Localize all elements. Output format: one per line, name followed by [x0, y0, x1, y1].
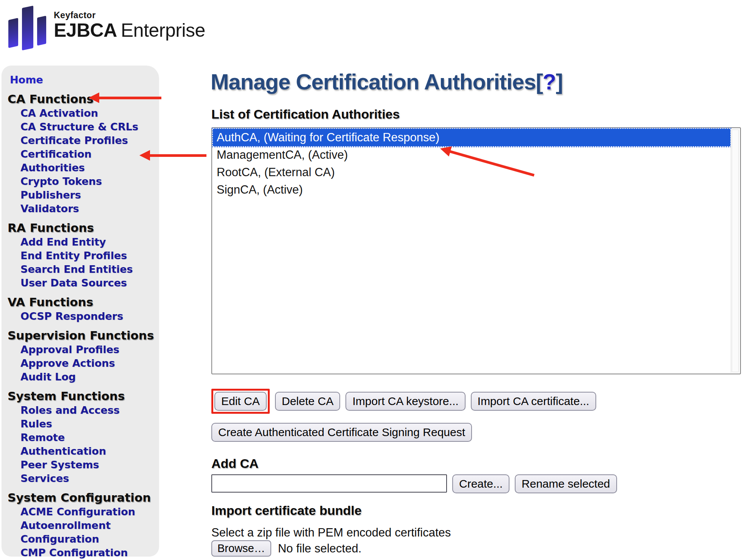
- help-link[interactable]: [?]: [536, 69, 563, 94]
- ejbca-admin-page: Keyfactor EJBCAEnterprise Home CA Functi…: [0, 0, 750, 560]
- ca-rows: AuthCA, (Waiting for Certificate Respons…: [213, 129, 730, 199]
- ca-list-item-authca[interactable]: AuthCA, (Waiting for Certificate Respons…: [213, 129, 730, 146]
- help-bracket-close: ]: [556, 69, 562, 94]
- logo-brand: Keyfactor: [54, 11, 205, 20]
- logo-product-name: EJBCA: [54, 20, 117, 41]
- sidebar-item-home[interactable]: Home: [2, 73, 159, 87]
- rename-selected-button[interactable]: Rename selected: [515, 474, 617, 493]
- sidebar-item-search-end-entities[interactable]: Search End Entities: [2, 263, 159, 276]
- annotation-arrow-certification-authorities: [139, 150, 206, 161]
- sidebar-item-certification-authorities[interactable]: Certification Authorities: [2, 147, 159, 175]
- sidebar-item-ca-structure-crls[interactable]: CA Structure & CRLs: [2, 120, 159, 134]
- sidebar-header-system-functions: System Functions: [2, 388, 159, 404]
- sidebar-header-system-configuration: System Configuration: [2, 490, 159, 505]
- sidebar-item-crypto-tokens[interactable]: Crypto Tokens: [2, 175, 159, 188]
- sidebar-header-va-functions: VA Functions: [2, 294, 159, 310]
- file-picker-row: Browse… No file selected.: [211, 540, 361, 557]
- sidebar-item-peer-systems[interactable]: Peer Systems: [2, 458, 159, 472]
- sidebar-item-approval-profiles[interactable]: Approval Profiles: [2, 343, 159, 357]
- ca-listbox[interactable]: AuthCA, (Waiting for Certificate Respons…: [211, 127, 741, 374]
- file-status-text: No file selected.: [278, 542, 362, 555]
- sidebar-item-certificate-profiles[interactable]: Certificate Profiles: [2, 134, 159, 147]
- sidebar-item-ca-activation[interactable]: CA Activation: [2, 106, 159, 120]
- logo-product-edition: Enterprise: [121, 20, 205, 41]
- create-ca-button[interactable]: Create...: [452, 474, 509, 493]
- import-ca-keystore-button[interactable]: Import CA keystore...: [345, 392, 465, 411]
- create-csr-button[interactable]: Create Authenticated Certificate Signing…: [211, 423, 472, 442]
- edit-ca-annotation-box: Edit CA: [211, 389, 270, 414]
- sidebar-item-end-entity-profiles[interactable]: End Entity Profiles: [2, 249, 159, 263]
- sidebar-item-validators[interactable]: Validators: [2, 202, 159, 216]
- import-bundle-heading: Import certificate bundle: [211, 503, 362, 518]
- sidebar-item-services[interactable]: Services: [2, 472, 159, 485]
- sidebar-item-ocsp-responders[interactable]: OCSP Responders: [2, 310, 159, 323]
- help-question-icon: ?: [543, 69, 556, 94]
- browse-button[interactable]: Browse…: [211, 540, 271, 557]
- keyfactor-logo-icon: [8, 4, 48, 51]
- import-ca-certificate-button[interactable]: Import CA certificate...: [471, 392, 596, 411]
- listbox-scrollbar-thumb[interactable]: [732, 130, 739, 372]
- page-title: Manage Certification Authorities[?]: [211, 69, 563, 94]
- ca-action-buttons: Edit CA Delete CA Import CA keystore... …: [211, 389, 596, 414]
- add-ca-row: Create... Rename selected: [211, 474, 617, 493]
- sidebar-item-acme-configuration[interactable]: ACME Configuration: [2, 505, 159, 519]
- sidebar-nav: Home CA Functions CA Activation CA Struc…: [2, 66, 159, 557]
- csr-button-row: Create Authenticated Certificate Signing…: [211, 423, 472, 442]
- sidebar-item-roles-access-rules[interactable]: Roles and Access Rules: [2, 404, 159, 431]
- sidebar-item-add-end-entity[interactable]: Add End Entity: [2, 235, 159, 249]
- sidebar-item-remote-authentication[interactable]: Remote Authentication: [2, 431, 159, 458]
- keyfactor-ejbca-logo: Keyfactor EJBCAEnterprise: [8, 4, 205, 51]
- import-bundle-description: Select a zip file with PEM encoded certi…: [211, 526, 451, 540]
- sidebar-item-autoenrollment-configuration[interactable]: Autoenrollment Configuration: [2, 519, 159, 546]
- ca-list-item-signca[interactable]: SignCA, (Active): [213, 181, 730, 199]
- sidebar-item-audit-log[interactable]: Audit Log: [2, 370, 159, 384]
- page-title-text: Manage Certification Authorities: [211, 69, 536, 94]
- logo-text: Keyfactor EJBCAEnterprise: [54, 4, 205, 41]
- ca-list-heading: List of Certification Authorities: [211, 107, 400, 122]
- sidebar-item-user-data-sources[interactable]: User Data Sources: [2, 276, 159, 290]
- help-bracket-open: [: [536, 69, 543, 94]
- listbox-scrollbar[interactable]: [731, 129, 739, 373]
- logo-product: EJBCAEnterprise: [54, 20, 205, 41]
- annotation-arrow-ca-functions: [89, 92, 161, 103]
- add-ca-heading: Add CA: [211, 456, 259, 471]
- ca-list-item-rootca[interactable]: RootCA, (External CA): [213, 164, 730, 181]
- sidebar-item-publishers[interactable]: Publishers: [2, 188, 159, 202]
- delete-ca-button[interactable]: Delete CA: [275, 392, 341, 411]
- add-ca-name-input[interactable]: [211, 474, 447, 493]
- edit-ca-button[interactable]: Edit CA: [214, 392, 267, 411]
- sidebar-header-ra-functions: RA Functions: [2, 220, 159, 235]
- sidebar-item-cmp-configuration[interactable]: CMP Configuration: [2, 546, 159, 560]
- sidebar-item-approve-actions[interactable]: Approve Actions: [2, 357, 159, 370]
- sidebar-header-supervision-functions: Supervision Functions: [2, 328, 159, 343]
